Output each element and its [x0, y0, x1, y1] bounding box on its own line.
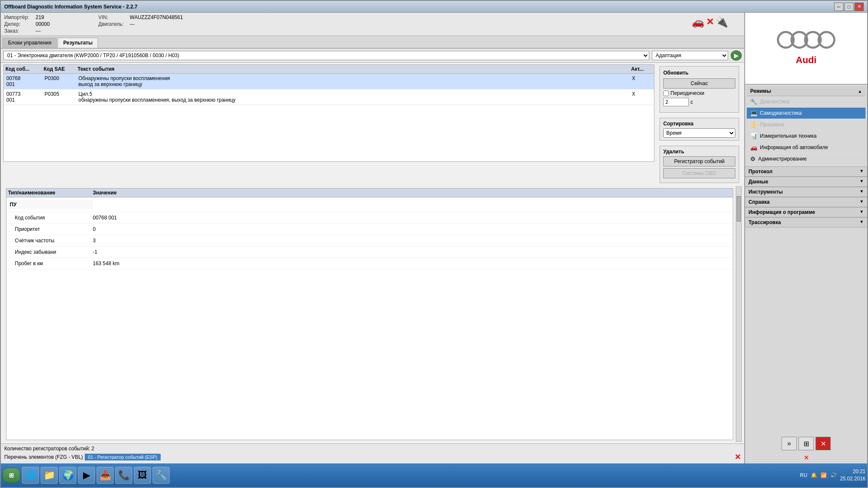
- update-title: Обновить: [663, 70, 735, 76]
- menu-item-measurement[interactable]: 📊 Измерительная техника: [747, 130, 865, 142]
- go-button[interactable]: ▶: [731, 50, 742, 61]
- scrollbar[interactable]: [736, 186, 742, 442]
- nav-bottom-buttons: » ⊞ ✕: [745, 435, 867, 452]
- error-icon: ✕: [734, 452, 741, 462]
- function-dropdown[interactable]: АдаптацияДиагностикаПараметры: [652, 51, 728, 60]
- section-trace[interactable]: Трассировка ▼: [745, 217, 867, 227]
- table-row[interactable]: 00773 001 P0305 Цил.5 обнаружены пропуск…: [4, 89, 654, 105]
- firmware-icon: 📀: [750, 121, 757, 128]
- module-bar: 01 - Электроника двигателя (KWP2000 / TP…: [1, 49, 744, 63]
- taskbar-sound: 🔊: [830, 472, 837, 478]
- vin-label: VIN:: [98, 14, 128, 20]
- tab-control-units[interactable]: Блоки управления: [3, 38, 57, 48]
- menu-item-selfdiag[interactable]: 💻 Самодиагностика: [747, 108, 865, 119]
- delete-obd-button[interactable]: Системы OBD: [663, 168, 735, 178]
- menu-label-admin: Администрирование: [758, 156, 807, 162]
- detail-label-priority: Приоритет: [8, 226, 93, 232]
- taskbar-icon-5[interactable]: 📥: [97, 467, 114, 484]
- car-icon: 🚗: [692, 16, 704, 28]
- element-list-label: Перечень элементов (FZG - VBL): [4, 454, 83, 460]
- taskbar-icon-4[interactable]: ▶: [78, 467, 95, 484]
- main-window: Offboard Diagnostic Information System S…: [0, 0, 868, 488]
- tab-results[interactable]: Результаты: [58, 38, 98, 48]
- diagnostics-icon: 🔧: [750, 98, 757, 105]
- start-button[interactable]: ⊞: [3, 468, 20, 483]
- detail-value-freq: 3: [93, 238, 731, 244]
- measurement-icon: 📊: [750, 133, 757, 139]
- menu-item-car-info[interactable]: 🚗 Информация об автомобиле: [747, 142, 865, 153]
- taskbar-icon-8[interactable]: 🔧: [153, 467, 170, 484]
- taskbar-icon-1[interactable]: 🌐: [22, 467, 39, 484]
- section-help[interactable]: Справка ▼: [745, 197, 867, 207]
- menu-header: Режимы ▲: [747, 86, 865, 96]
- disconnect-icon: ✕: [706, 17, 714, 28]
- dealer-value: 00000: [36, 21, 50, 27]
- details-row: Счётчик частоты 3: [6, 235, 733, 247]
- col-text: Текст события: [78, 66, 631, 72]
- taskbar-icon-2[interactable]: 📁: [41, 467, 58, 484]
- details-area: Тип/наименование Значение ПУ Код события…: [1, 186, 744, 444]
- taskbar-icon-6[interactable]: 📞: [115, 467, 132, 484]
- detail-value-forget: -1: [93, 249, 731, 255]
- sort-panel: Сортировка ВремяКодSAE: [659, 118, 739, 141]
- clock: 20:21 25.02.2016: [840, 468, 865, 482]
- car-info-icon: 🚗: [750, 144, 757, 151]
- vin-value: WAUZZZ4F07N048561: [130, 14, 183, 20]
- audi-rings: [777, 31, 835, 49]
- taskbar-right: RU 🔔 📶 🔊 20:21 25.02.2016: [800, 468, 865, 482]
- update-now-button[interactable]: Сейчас: [663, 78, 735, 89]
- event-sae-1: P0300: [44, 75, 78, 88]
- periodic-checkbox[interactable]: [663, 91, 669, 96]
- vehicle-icons: 🚗 ✕ 🔌: [690, 14, 741, 30]
- menu-item-firmware[interactable]: 📀 Прошивка: [747, 119, 865, 130]
- sort-dropdown[interactable]: ВремяКодSAE: [663, 128, 735, 138]
- screen-button[interactable]: ⊞: [798, 437, 814, 450]
- right-panel: Audi Режимы ▲ 🔧 Диагностика 💻 Самодиагно…: [744, 13, 867, 463]
- event-active-2: X: [631, 91, 652, 103]
- title-bar: Offboard Diagnostic Information System S…: [1, 1, 867, 13]
- minimize-button[interactable]: ─: [834, 3, 843, 11]
- section-data[interactable]: Данные ▼: [745, 177, 867, 187]
- engine-label: Двигатель:: [98, 21, 128, 27]
- interval-input[interactable]: [663, 98, 689, 106]
- scrollbar-thumb[interactable]: [737, 196, 741, 222]
- forward-button[interactable]: »: [782, 437, 797, 450]
- right-controls-panel: Обновить Сейчас Периодически с: [657, 64, 742, 185]
- pu-label: ПУ: [8, 200, 93, 209]
- window-controls: ─ □ ✕: [834, 3, 864, 11]
- details-row: Код события 00768 001: [6, 212, 733, 224]
- menu-item-diagnostics[interactable]: 🔧 Диагностика: [747, 96, 865, 108]
- taskbar-icon-7[interactable]: 🖼: [134, 467, 151, 484]
- table-row[interactable]: 00768 001 P0300 Обнаружены пропуски восп…: [4, 74, 654, 89]
- delete-title: Удалить: [663, 149, 735, 155]
- section-protocol[interactable]: Протокол ▼: [745, 166, 867, 177]
- menu-item-admin[interactable]: ⚙ Администрирование: [747, 153, 865, 165]
- module-select[interactable]: 01 - Электроника двигателя (KWP2000 / TP…: [3, 51, 649, 60]
- event-code-2: 00773 001: [6, 91, 44, 103]
- importer-label: Импортёр:: [4, 14, 34, 20]
- maximize-button[interactable]: □: [844, 3, 854, 11]
- section-program-info[interactable]: Информация о программе ▼: [745, 207, 867, 217]
- menu-label-measurement: Измерительная техника: [760, 133, 817, 139]
- element-tag: 01 - Регистратор событий (ESP): [85, 454, 161, 460]
- menu-chevron: ▲: [858, 89, 862, 94]
- audi-ring-4: [818, 31, 835, 49]
- col-code: Код соб...: [6, 66, 44, 72]
- menu-label-diagnostics: Диагностика: [760, 99, 790, 105]
- taskbar-network: 📶: [821, 472, 827, 478]
- interval-row: с: [663, 98, 735, 106]
- events-table-body: 00768 001 P0300 Обнаружены пропуски восп…: [4, 74, 654, 161]
- event-active-1: X: [631, 75, 652, 88]
- nav-close-button[interactable]: ✕: [815, 437, 831, 450]
- close-button[interactable]: ✕: [854, 3, 864, 11]
- section-tools[interactable]: Инструменты ▼: [745, 187, 867, 197]
- taskbar-icon-3[interactable]: 🌍: [59, 467, 76, 484]
- audi-brand-name: Audi: [796, 55, 817, 66]
- taskbar: ⊞ 🌐 📁 🌍 ▶ 📥 📞 🖼 🔧 RU 🔔 📶 🔊 20:21 25.02.2…: [1, 463, 867, 487]
- delete-events-button[interactable]: Регистратор событий: [663, 156, 735, 166]
- error-bottom: ✕: [745, 452, 867, 463]
- order-value: ---: [36, 28, 41, 34]
- window-title: Offboard Diagnostic Information System S…: [4, 4, 137, 10]
- order-label: Заказ:: [4, 28, 34, 34]
- engine-value: ---: [130, 21, 135, 27]
